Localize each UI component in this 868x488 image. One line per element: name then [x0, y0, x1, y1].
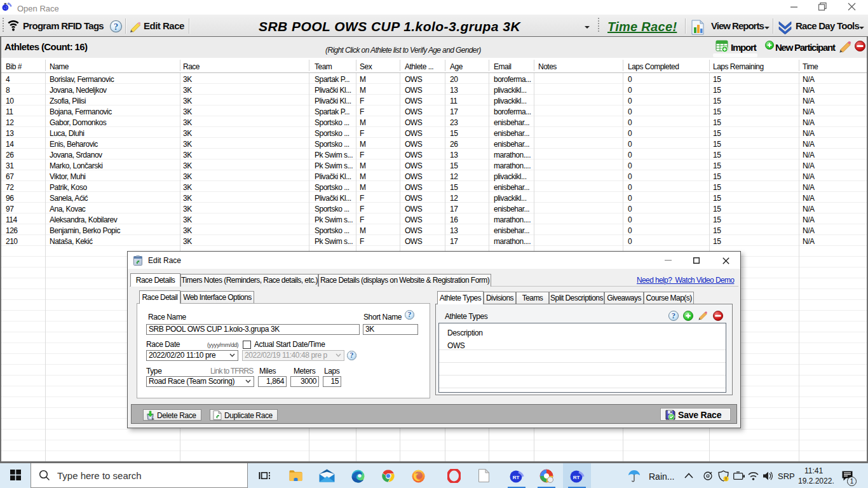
- svg-text:RT: RT: [573, 475, 580, 480]
- svg-text:?: ?: [350, 351, 354, 360]
- svg-text:?: ?: [408, 310, 412, 319]
- svg-text:?: ?: [672, 311, 675, 320]
- svg-text:?: ?: [114, 22, 119, 32]
- svg-text:RT: RT: [513, 475, 520, 480]
- svg-text:!: !: [725, 477, 726, 481]
